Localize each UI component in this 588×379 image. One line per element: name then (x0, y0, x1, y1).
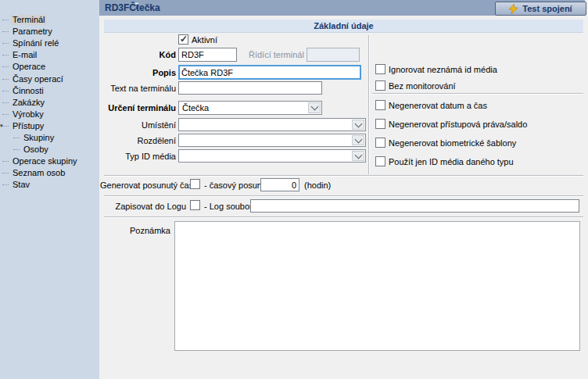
dropdown-button (352, 151, 364, 161)
urceni-terminalu-select[interactable]: Čtečka (178, 101, 322, 115)
ridici-terminal-input (307, 48, 360, 62)
tree-dash-icon (2, 102, 9, 103)
tree-dash-icon (2, 173, 9, 173)
bez-monitorovani-checkbox[interactable] (375, 80, 385, 91)
negenerovat-datum-checkbox[interactable] (375, 100, 385, 110)
title-separator: - (135, 2, 138, 3)
sidebar-item-osoby[interactable]: Osoby (0, 144, 99, 156)
test-connection-button[interactable]: Test spojení (495, 2, 586, 16)
expand-icon[interactable]: ▾ (0, 123, 3, 128)
popis-input[interactable] (178, 65, 361, 80)
negenerovat-prava-label: Negenerovat přístupová práva/saldo (389, 120, 527, 130)
sidebar: Terminál Parametry Spínání relé E-mail O… (0, 0, 99, 379)
generovat-posunuty-cas-checkbox[interactable] (190, 179, 200, 189)
negenerovat-sablony-checkbox[interactable] (375, 138, 385, 148)
log-soubor-input[interactable] (250, 199, 579, 213)
tree-dash-icon (2, 114, 9, 115)
tree-dash-icon (2, 66, 9, 67)
tree-dash-icon (2, 184, 9, 185)
chevron-down-icon (354, 151, 362, 159)
bez-monitorovani-label: Bez monitorování (389, 81, 456, 91)
zapisovat-do-logu-checkbox[interactable] (190, 200, 200, 210)
active-checkbox[interactable] (178, 34, 188, 45)
separator-line (372, 93, 583, 94)
sidebar-item-casy-operaci[interactable]: Časy operací (0, 73, 99, 84)
poznamka-label: Poznámka (92, 226, 170, 236)
ignorovat-neznama-id-label: Ignorovat neznámá id média (389, 65, 497, 75)
sidebar-item-skupiny[interactable]: Skupiny (0, 132, 99, 144)
column-divider (368, 35, 369, 174)
kod-input[interactable] (178, 48, 237, 62)
sidebar-item-email[interactable]: E-mail (0, 49, 99, 61)
separator-line (104, 195, 583, 196)
pouzit-jen-id-label: Použít jen ID média daného typu (389, 157, 514, 167)
casovy-posun-label: - časový posun (204, 181, 262, 191)
tree-dash-icon (2, 79, 9, 80)
active-label: Aktivní (192, 35, 217, 45)
typ-id-media-select[interactable] (178, 149, 366, 163)
sidebar-item-seznam-osob[interactable]: Seznam osob (0, 167, 99, 179)
page-title-name: Čtečka (129, 2, 160, 13)
text-na-terminalu-input[interactable] (178, 81, 322, 95)
sidebar-tree: Terminál Parametry Spínání relé E-mail O… (0, 14, 99, 191)
section-header: Základní údaje (104, 20, 583, 33)
separator-line (104, 175, 583, 176)
tree-dash-icon (2, 126, 9, 127)
chevron-down-icon (354, 135, 362, 143)
app-window: Terminál Parametry Spínání relé E-mail O… (0, 0, 588, 379)
sidebar-item-parametry[interactable]: Parametry (0, 26, 99, 38)
sidebar-item-vyrobky[interactable]: Výrobky (0, 109, 99, 120)
sidebar-item-stav[interactable]: Stav (0, 179, 99, 191)
tree-dash-icon (2, 55, 9, 55)
sidebar-item-operace-skupiny[interactable]: Operace skupiny (0, 156, 99, 167)
tree-dash-icon (2, 43, 9, 44)
dropdown-button (352, 120, 364, 130)
sidebar-item-terminal[interactable]: Terminál (0, 14, 99, 26)
ignorovat-neznama-id-checkbox[interactable] (375, 64, 385, 74)
page-title: RD3F-Čtečka (105, 2, 160, 13)
sidebar-item-spinani-rele[interactable]: Spínání relé (0, 38, 99, 49)
sidebar-item-operace[interactable]: Operace (0, 61, 99, 73)
header-bar: RD3F-Čtečka Test spojení (99, 0, 585, 16)
typ-id-media-label: Typ ID média (98, 152, 176, 162)
negenerovat-sablony-label: Negenerovat biometrické šablony (389, 138, 516, 148)
dropdown-button (352, 135, 364, 145)
tree-dash-icon (2, 31, 9, 32)
urceni-terminalu-label: Určení terminálu (98, 103, 176, 113)
tree-dash-icon (2, 161, 9, 162)
popis-label: Popis (98, 68, 176, 78)
rozdeleni-select[interactable] (178, 134, 366, 147)
tree-dash-icon (13, 138, 20, 138)
rozdeleni-label: Rozdělení (98, 136, 176, 146)
separator-line (104, 216, 583, 217)
dropdown-button (308, 102, 321, 113)
sidebar-item-zakazky[interactable]: Zakázky (0, 97, 99, 109)
ridici-terminal-label: Řídící terminál (249, 50, 304, 60)
test-connection-label: Test spojení (522, 5, 572, 13)
negenerovat-datum-label: Negenerovat datum a čas (389, 101, 487, 111)
tree-dash-icon (13, 149, 20, 150)
tree-dash-icon (2, 20, 9, 20)
chevron-down-icon (310, 103, 318, 111)
umisteni-select[interactable] (178, 118, 366, 131)
log-soubor-label: - Log soubor (204, 202, 253, 212)
zapisovat-do-logu-label: Zapisovat do Logu (100, 202, 186, 212)
hodin-unit-label: (hodin) (304, 181, 331, 191)
chevron-down-icon (354, 120, 362, 127)
sidebar-item-pristupy[interactable]: ▾Přístupy (0, 120, 99, 132)
casovy-posun-input[interactable] (260, 178, 299, 191)
kod-label: Kód (98, 50, 176, 60)
sidebar-item-cinnosti[interactable]: Činnosti (0, 85, 99, 97)
generovat-posunuty-cas-label: Generovat posunutý čas (100, 181, 186, 191)
negenerovat-prava-checkbox[interactable] (375, 119, 385, 129)
urceni-terminalu-value: Čtečka (182, 103, 209, 113)
lightning-icon (509, 4, 518, 14)
tree-dash-icon (2, 91, 9, 91)
umisteni-label: Umístění (98, 120, 176, 131)
pouzit-jen-id-checkbox[interactable] (375, 156, 385, 166)
poznamka-textarea[interactable] (174, 221, 580, 351)
text-na-terminalu-label: Text na terminálu (98, 84, 176, 94)
page-title-code: RD3F (105, 2, 129, 13)
